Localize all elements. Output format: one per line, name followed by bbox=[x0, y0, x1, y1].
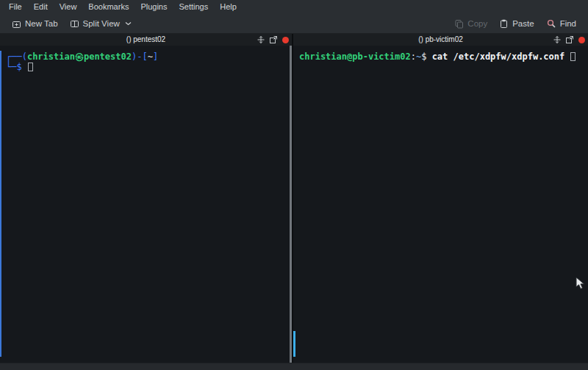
paste-icon bbox=[499, 19, 509, 29]
close-view-button[interactable] bbox=[578, 37, 585, 43]
active-pane-indicator bbox=[0, 51, 1, 357]
copy-label: Copy bbox=[467, 19, 487, 28]
prompt-path: ~ bbox=[148, 51, 153, 62]
terminal-pentest02[interactable]: ┌──(christian㉿pentest02)-[~] └─$ bbox=[0, 46, 292, 363]
paste-label: Paste bbox=[512, 19, 534, 28]
new-tab-button[interactable]: New Tab bbox=[6, 17, 64, 31]
new-tab-icon bbox=[12, 19, 21, 29]
mouse-cursor bbox=[576, 277, 586, 290]
right-pane-scroll-indicator bbox=[293, 331, 295, 357]
pane-controls-left bbox=[257, 34, 289, 46]
split-view-icon bbox=[70, 19, 79, 29]
expand-view-icon[interactable] bbox=[553, 36, 561, 43]
prompt-dollar: $ bbox=[421, 51, 431, 62]
pane-title-pb-victim02: () pb-victim02 bbox=[293, 34, 588, 46]
pane-header-pb-victim02[interactable]: () pb-victim02 bbox=[293, 34, 588, 46]
split-view-label: Split View bbox=[83, 19, 120, 28]
terminal-cursor bbox=[28, 63, 33, 71]
prompt-line: christian@pb-victim02:~$ cat /etc/xdpfw/… bbox=[299, 51, 584, 62]
paste-button[interactable]: Paste bbox=[493, 17, 539, 31]
prompt-open: ┌──( bbox=[6, 51, 27, 62]
close-view-button[interactable] bbox=[282, 37, 289, 43]
typed-command: cat /etc/xdpfw/xdpfw.conf bbox=[432, 51, 570, 62]
menu-edit[interactable]: Edit bbox=[28, 0, 54, 14]
split-view-button[interactable]: Split View bbox=[64, 17, 137, 31]
left-pane-scrollbar[interactable] bbox=[290, 46, 292, 363]
prompt-userhost: christian㉿pentest02 bbox=[27, 51, 132, 62]
copy-button[interactable]: Copy bbox=[448, 17, 493, 31]
pane-pentest02: () pentest02 bbox=[0, 34, 292, 363]
menubar: File Edit View Bookmarks Plugins Setting… bbox=[0, 0, 588, 14]
menu-plugins[interactable]: Plugins bbox=[135, 0, 173, 14]
menu-bookmarks[interactable]: Bookmarks bbox=[82, 0, 135, 14]
konsole-window: File Edit View Bookmarks Plugins Setting… bbox=[0, 0, 588, 370]
toolbar: New Tab Split View bbox=[0, 14, 588, 34]
new-tab-label: New Tab bbox=[25, 19, 58, 28]
find-button[interactable]: Find bbox=[540, 16, 582, 31]
split-container: () pentest02 bbox=[0, 34, 588, 363]
prompt-symbol: └─$ bbox=[6, 62, 27, 72]
prompt-line-1: ┌──(christian㉿pentest02)-[~] bbox=[6, 51, 287, 62]
pane-header-pentest02[interactable]: () pentest02 bbox=[0, 34, 292, 46]
chevron-down-icon bbox=[125, 21, 132, 26]
detach-tab-icon[interactable] bbox=[566, 36, 573, 43]
prompt-mid: )-[ bbox=[132, 51, 148, 62]
find-label: Find bbox=[560, 19, 576, 28]
prompt-userhost: christian@pb-victim02 bbox=[299, 51, 411, 62]
detach-tab-icon[interactable] bbox=[270, 36, 277, 43]
prompt-line-2: └─$ bbox=[6, 62, 287, 72]
menu-view[interactable]: View bbox=[54, 0, 83, 14]
menu-settings[interactable]: Settings bbox=[173, 0, 214, 14]
find-icon bbox=[546, 18, 556, 29]
menu-help[interactable]: Help bbox=[214, 0, 243, 14]
terminal-cursor bbox=[570, 52, 576, 61]
prompt-colon: : bbox=[411, 51, 416, 62]
expand-view-icon[interactable] bbox=[257, 36, 265, 43]
pane-controls-right bbox=[553, 34, 585, 46]
pane-title-pentest02: () pentest02 bbox=[0, 34, 292, 46]
terminal-pb-victim02[interactable]: christian@pb-victim02:~$ cat /etc/xdpfw/… bbox=[293, 46, 588, 363]
bottom-tabbar-strip bbox=[0, 363, 588, 370]
prompt-close: ] bbox=[153, 51, 158, 62]
pane-pb-victim02: () pb-victim02 bbox=[293, 34, 588, 363]
copy-icon bbox=[454, 19, 464, 29]
menu-file[interactable]: File bbox=[3, 0, 28, 14]
